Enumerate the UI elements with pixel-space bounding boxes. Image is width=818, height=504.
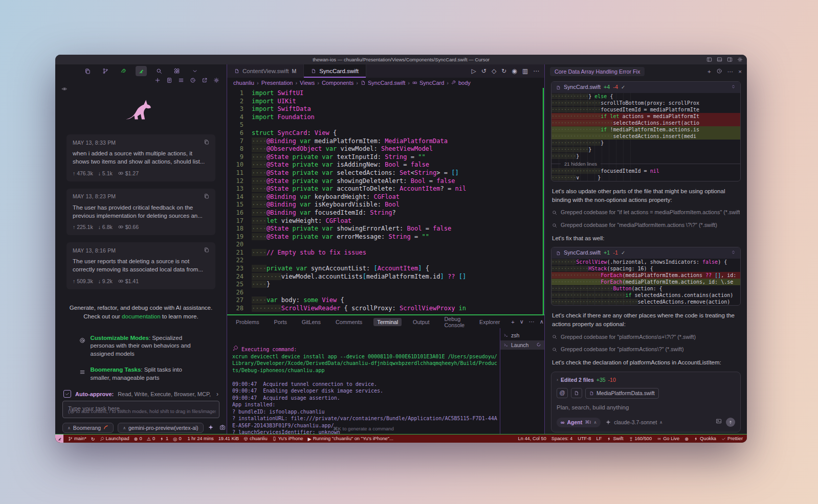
title-bar[interactable]: thewan-ios — chuanliu/Presentation/Views… [55,55,747,64]
panel-tab-comments[interactable]: Comments [332,318,366,326]
run-button[interactable]: ▷ [472,67,476,75]
editor-tab-synccard-swift[interactable]: SyncCard.swift [304,64,366,78]
chevron-down-icon[interactable] [189,66,201,76]
terminal-dropdown-icon[interactable]: ∨ [520,318,524,325]
status-item-launchpad[interactable]: Launchpad [100,436,129,441]
chat-messages[interactable]: SyncCard.swift+4-4✓············} else {·… [545,78,747,434]
expand-diff-icon[interactable] [731,249,736,257]
new-chat-button[interactable]: + [708,68,711,75]
status-item-swift[interactable]: Swift [607,436,623,441]
status-item-1[interactable]: 1 [160,436,168,441]
breadcrumb-item[interactable]: Presentation [261,80,293,86]
add-context-button[interactable]: @ [557,388,568,398]
screenshot-button[interactable] [219,423,226,432]
panel-tab-debug-console[interactable]: Debug Console [440,315,468,329]
search-button[interactable] [153,66,165,76]
mcp-servers-button[interactable] [178,76,184,85]
extensions-button[interactable] [171,66,183,76]
settings-gear-button[interactable] [737,55,743,64]
new-task-button[interactable] [154,76,161,85]
scribble-extension-button[interactable] [118,66,129,76]
chat-more-button[interactable]: ⋯ [727,68,734,75]
terminal-session-launch[interactable]: Launch [500,340,544,350]
model-select[interactable]: ∧ gemini-pro-preview(vertex-ai) [118,423,203,433]
nav-back-button[interactable]: ↺ [481,67,487,75]
documentation-link[interactable]: documentation [122,313,160,319]
history-icon[interactable] [716,68,722,74]
grep-row[interactable]: Grepped codebase for "if let actions = m… [552,209,740,217]
status-item-quokka[interactable]: Quokka [694,436,716,441]
copy-icon[interactable] [204,193,209,200]
file-chip[interactable]: MediaPlatformData.swift [585,388,659,399]
breadcrumb-item[interactable]: SyncCard.swift [361,80,405,86]
source-control-button[interactable] [100,66,111,76]
grep-row[interactable]: Grepped codebase for "platformActions\?"… [552,346,740,354]
panel-tab-problems[interactable]: Problems [232,318,263,326]
new-terminal-button[interactable]: + [511,319,514,325]
code-editor[interactable]: 1import SwiftUI2import UIKit3import Swif… [227,88,544,314]
breadcrumb-item[interactable]: chuanliu [233,80,254,86]
status-item-chuanliu[interactable]: chuanliu [244,436,268,441]
status-item-prettier[interactable]: Prettier [721,436,743,441]
layout-panel-button[interactable] [717,55,722,64]
history-card[interactable]: MAY 13, 8:23 PMThe user has provided cri… [67,189,215,236]
status-item-spaces-4[interactable]: Spaces: 4 [551,436,572,441]
terminal-output[interactable]: Executing command:xcrun devicectl device… [227,328,500,434]
history-button[interactable] [190,76,196,85]
panel-tab-terminal[interactable]: Terminal [373,318,402,326]
grep-row[interactable]: Grepped codebase for "mediaPlatformItem.… [552,221,740,230]
edited-files-row[interactable]: ›Edited 2 files+35-10 [557,376,735,384]
model-select[interactable]: claude-3.7-sonnet∧ [605,419,662,426]
editor-tab-contentview-swift[interactable]: ContentView.swiftM [227,64,304,78]
chat-title-tab[interactable]: Core Data Array Handling Error Fix [550,67,645,76]
copy-button[interactable] [82,66,93,76]
attach-image-button[interactable] [716,418,722,427]
status-item-yu-s-iphone[interactable]: Yu's iPhone [272,436,303,441]
check-icon[interactable] [65,392,70,396]
mode-select[interactable]: ∧ Boomerang [62,423,114,433]
status-item-0[interactable]: ⚠0 [147,436,156,442]
auto-approve-checkbox[interactable] [63,390,71,398]
prompts-button[interactable] [166,76,172,85]
more-actions-icon[interactable]: ⋯ [529,318,535,325]
auto-approve-row[interactable]: Auto-approve: Read, Write, Execute, Brow… [55,390,227,398]
chat-history-button[interactable] [716,68,722,75]
chevron-right-icon[interactable]: › [216,391,218,398]
agent-mode-select[interactable]: ∞Agent⌘I∧ [557,418,601,427]
hidden-lines-divider[interactable]: 21 hidden lines [551,159,740,168]
grep-row[interactable]: Grepped codebase for "platformActions\s+… [552,333,740,341]
settings-button[interactable] [213,76,219,85]
status-item-main-[interactable]: main* [68,436,86,441]
roo-code-tab[interactable] [136,66,147,76]
breadcrumb-item[interactable]: Components [322,80,353,86]
open-external-button[interactable] [202,76,208,85]
chat-input-box[interactable]: ›Edited 2 files+35-10@MediaPlatformData.… [551,372,741,432]
hide-announcement-button[interactable] [61,85,68,94]
diff-card-header[interactable]: SyncCard.swift+1-1✓ [551,247,740,259]
status-item-error[interactable]: ⊗ [684,436,689,442]
task-input[interactable]: Type your task here... (@ to add context… [62,401,219,418]
breadcrumb-item[interactable]: SyncCard [412,80,444,86]
layout-sidebar-button[interactable] [706,55,712,64]
status-item-go-live[interactable]: Go Live [657,436,679,441]
enhance-prompt-button[interactable] [208,423,214,432]
diff-card-header[interactable]: SyncCard.swift+4-4✓ [551,82,740,93]
chevsud-icon[interactable] [731,250,736,255]
layout-secondary-button[interactable] [727,55,733,64]
split-editor-button[interactable]: ▥ [522,67,528,75]
nav-forward-button[interactable]: ↻ [501,67,506,75]
terminal-session-zsh[interactable]: zsh [500,331,544,340]
maximize-panel-icon[interactable]: ∧ [540,318,544,325]
status-item-0[interactable]: ⊗0 [134,436,142,442]
status-item-sync[interactable]: ↻ [91,436,95,442]
history-card[interactable]: MAY 13, 8:33 PMwhen i added a source wit… [67,134,215,181]
status-item-1-hr-24-mins[interactable]: 1 hr 24 mins [186,436,214,441]
panel-tab-ports[interactable]: Ports [271,318,291,326]
panel-tab-explorer[interactable]: Explorer [476,318,503,326]
add-file-button[interactable] [571,388,582,398]
send-message-button[interactable] [726,418,735,427]
status-item-lf[interactable]: LF [596,436,602,441]
breadcrumb-item[interactable]: Views [300,80,315,86]
record-button[interactable]: ◉ [512,67,517,75]
copy-icon[interactable] [204,247,209,254]
